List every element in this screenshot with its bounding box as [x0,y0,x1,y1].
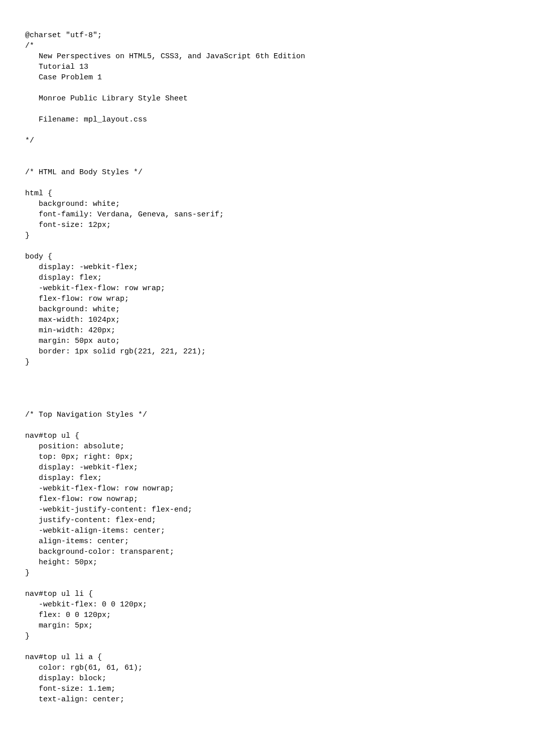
code-document: @charset "utf-8"; /* New Perspectives on… [0,0,533,715]
code-text: @charset "utf-8"; /* New Perspectives on… [25,31,305,704]
